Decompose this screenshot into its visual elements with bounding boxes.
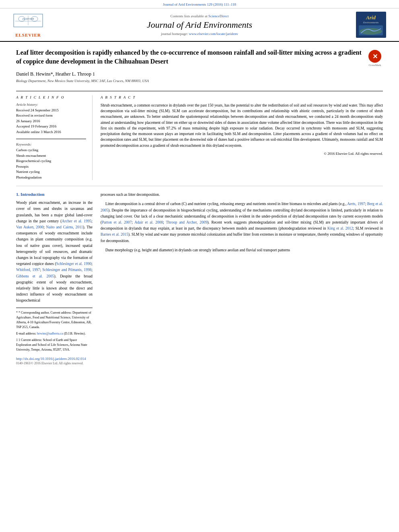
intro-right-p2: Litter decomposition is a central driver… <box>101 201 383 244</box>
cite-adair[interactable]: Adair et al. 2008 <box>134 220 163 224</box>
footnote-star: * * Corresponding author. Current addres… <box>16 310 93 330</box>
arid-logo-area: Arid Environments <box>351 12 391 38</box>
elsevier-text: ELSEVIER <box>15 33 41 37</box>
doi-link[interactable]: http://dx.doi.org/10.1016/j.jaridenv.201… <box>16 357 86 361</box>
article-history-block: Article history: Received 24 September 2… <box>16 103 86 135</box>
cite-archer1995[interactable]: Archer et al. 1995 <box>62 219 92 223</box>
cite-schlesinger1998[interactable]: Schlesinger and Pilmanis, 1998 <box>42 268 91 272</box>
footnote-one: 1 1 Current address: School of Earth and… <box>16 338 93 352</box>
elsevier-logo-svg: ELSEVIER <box>12 12 44 32</box>
keyword-6: Photodegradation <box>16 175 86 181</box>
history-label: Article history: <box>16 103 86 107</box>
accepted-date: Accepted 19 February 2016 <box>16 124 86 129</box>
title-divider <box>16 91 383 91</box>
crossmark-label: CrossMark <box>368 64 381 67</box>
cite-aerts[interactable]: Aerts, 1997 <box>347 202 365 206</box>
intro-right-p3: Dune morphology (e.g. height and diamete… <box>101 247 383 253</box>
cite-barnes[interactable]: Barnes et al. 2015 <box>101 232 128 236</box>
cite-whitford[interactable]: Whitford, 1997 <box>16 268 40 272</box>
intro-right-p1: processes such as litter decomposition. <box>101 192 383 198</box>
arid-journal-logo: Arid Environments <box>356 12 386 38</box>
cite-parton[interactable]: Parton et al. 2007 <box>102 220 132 224</box>
received-revised-label: Received in revised form <box>16 113 86 119</box>
authors-line: Daniel B. Hewins*, Heather L. Throop 1 <box>16 71 363 77</box>
email-link[interactable]: hewins@ualberta.ca <box>37 332 63 335</box>
crossmark-icon: ✕ <box>368 50 381 63</box>
intro-left: 1. Introduction Woody plant encroachment… <box>16 192 93 365</box>
intro-right-text: processes such as litter decomposition. … <box>101 192 383 253</box>
article-title: Leaf litter decomposition is rapidly enh… <box>16 48 363 66</box>
cite-king[interactable]: King et al. 2012 <box>327 226 353 230</box>
cite-naito[interactable]: Naito and Cairns, 2011 <box>46 225 83 229</box>
footnote-email: E-mail address: hewins@ualberta.ca (D.J.… <box>16 331 93 336</box>
keywords-label: Keywords: <box>16 142 86 146</box>
issn-line: 0140-1963/© 2016 Elsevier Ltd. All right… <box>16 362 93 365</box>
keywords-list: Carbon cycling Shrub encroachment Biogeo… <box>16 148 86 180</box>
sciencedirect-link[interactable]: ScienceDirect <box>208 14 228 18</box>
footnotes: * * Corresponding author. Current addres… <box>16 308 93 352</box>
available-date: Available online 3 March 2016 <box>16 129 86 135</box>
header-center: Contents lists available at ScienceDirec… <box>48 14 351 36</box>
affiliation-line: Biology Department, New Mexico State Uni… <box>16 79 363 83</box>
section-title: Introduction <box>21 192 45 197</box>
keywords-section: Keywords: Carbon cycling Shrub encroachm… <box>16 142 86 180</box>
copyright-line: © 2016 Elsevier Ltd. All rights reserved… <box>101 152 383 156</box>
keyword-2: Shrub encroachment <box>16 153 86 159</box>
received-date: Received 24 September 2015 <box>16 108 86 113</box>
section-divider-1 <box>16 186 383 186</box>
crossmark-area: ✕ CrossMark <box>367 50 383 67</box>
intro-right: processes such as litter decomposition. … <box>101 192 383 365</box>
sciencedirect-line: Contents lists available at ScienceDirec… <box>48 14 351 18</box>
cite-vanauken[interactable]: Van Auken, 2000 <box>16 225 43 229</box>
introduction-section: 1. Introduction Woody plant encroachment… <box>16 192 383 365</box>
keyword-3: Biogeochemical cycling <box>16 158 86 164</box>
article-title-area: Leaf litter decomposition is rapidly enh… <box>16 48 363 87</box>
abstract-col: A B S T R A C T Shrub encroachment, a co… <box>101 95 383 181</box>
article-info-heading: A R T I C L E I N F O <box>16 95 86 99</box>
main-content: Leaf litter decomposition is rapidly enh… <box>0 42 399 373</box>
keyword-4: Prosopis <box>16 164 86 170</box>
cite-schlesinger1990[interactable]: Schlesinger et al. 1990 <box>56 262 92 266</box>
section-number: 1. <box>16 192 19 197</box>
revised-date: 26 January 2016 <box>16 119 86 124</box>
cite-berg[interactable]: Berg et al. 2005 <box>101 202 383 212</box>
journal-header: ELSEVIER ELSEVIER Contents lists availab… <box>0 8 399 42</box>
journal-homepage: journal homepage: www.elsevier.com/locat… <box>48 32 351 36</box>
cite-throop[interactable]: Throop and Archer, 2009 <box>166 220 207 224</box>
info-divider <box>16 139 86 139</box>
article-info-abstract: A R T I C L E I N F O Article history: R… <box>16 95 383 181</box>
keyword-5: Nutrient cycling <box>16 169 86 175</box>
arid-logo-image <box>359 25 383 35</box>
homepage-link[interactable]: www.elsevier.com/locate/jaridenv <box>189 32 238 36</box>
journal-title: Journal of Arid Environments <box>48 20 351 30</box>
article-title-section: Leaf litter decomposition is rapidly enh… <box>16 48 383 87</box>
article-info-col: A R T I C L E I N F O Article history: R… <box>16 95 93 181</box>
section-number-title: 1. Introduction <box>16 192 93 197</box>
arid-logo-subtext: Environments <box>363 21 379 24</box>
intro-left-paragraph: Woody plant encroachment, an increase in… <box>16 200 93 304</box>
cite-gibbens[interactable]: Gibbens et al. 2005 <box>16 274 54 278</box>
arid-logo-text: Arid <box>366 14 376 21</box>
svg-text:ELSEVIER: ELSEVIER <box>22 17 34 20</box>
top-bar: Journal of Arid Environments 129 (2016) … <box>0 0 399 8</box>
journal-reference: Journal of Arid Environments 129 (2016) … <box>163 2 236 6</box>
intro-left-text: Woody plant encroachment, an increase in… <box>16 200 93 304</box>
keyword-1: Carbon cycling <box>16 148 86 153</box>
elsevier-logo-area: ELSEVIER ELSEVIER <box>8 12 48 37</box>
bottom-links: http://dx.doi.org/10.1016/j.jaridenv.201… <box>16 356 93 365</box>
abstract-heading: A B S T R A C T <box>101 95 383 99</box>
abstract-text: Shrub encroachment, a common occurrence … <box>101 103 383 148</box>
